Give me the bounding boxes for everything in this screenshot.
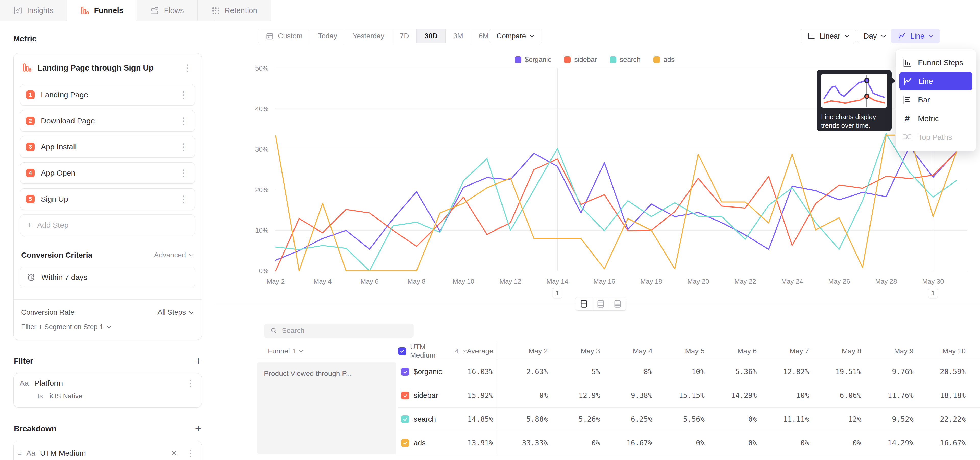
- step-menu-button[interactable]: ⋮: [177, 195, 190, 204]
- menu-item-metric[interactable]: #Metric: [896, 109, 976, 128]
- menu-item-line[interactable]: Line: [899, 72, 972, 91]
- series-checkbox[interactable]: [401, 368, 409, 376]
- value-cell[interactable]: 11.11%: [758, 415, 811, 423]
- value-cell[interactable]: 0%: [497, 391, 549, 400]
- date-column-header[interactable]: May 8: [811, 347, 863, 355]
- funnel-name-cell[interactable]: Product Viewed through P...: [257, 363, 396, 454]
- annotation-marker[interactable]: 1: [928, 288, 938, 299]
- filter-value[interactable]: iOS Native: [49, 392, 83, 400]
- series-checkbox[interactable]: [401, 439, 409, 447]
- select-all-checkbox[interactable]: [398, 347, 406, 355]
- legend-item-search[interactable]: search: [610, 56, 641, 64]
- date-column-header[interactable]: May 10: [915, 347, 967, 355]
- value-cell[interactable]: 5.56%: [654, 415, 706, 423]
- value-cell[interactable]: 12.9%: [549, 391, 602, 400]
- date-column-header[interactable]: May 5: [654, 347, 706, 355]
- funnel-step-4[interactable]: 4App Open⋮: [20, 162, 195, 184]
- conversion-window-button[interactable]: Within 7 days: [20, 267, 195, 288]
- date-column-header[interactable]: May 2: [497, 347, 549, 355]
- value-cell[interactable]: 9.76%: [863, 367, 915, 376]
- tab-insights[interactable]: Insights: [0, 0, 67, 21]
- range-today-button[interactable]: Today: [310, 29, 345, 43]
- step-menu-button[interactable]: ⋮: [177, 168, 190, 177]
- range-3m-button[interactable]: 3M: [445, 29, 471, 43]
- legend-item-ads[interactable]: ads: [653, 56, 675, 64]
- value-cell[interactable]: 12.82%: [758, 367, 811, 376]
- step-menu-button[interactable]: ⋮: [177, 142, 190, 152]
- value-cell[interactable]: 0%: [758, 439, 811, 447]
- search-input[interactable]: [282, 327, 407, 335]
- range-30d-button[interactable]: 30D: [417, 29, 445, 43]
- tab-retention[interactable]: Retention: [197, 0, 271, 21]
- date-column-header[interactable]: May 7: [758, 347, 811, 355]
- value-cell[interactable]: 16.67%: [915, 439, 967, 447]
- value-cell[interactable]: 2.63%: [497, 367, 549, 376]
- advanced-dropdown[interactable]: Advanced: [154, 251, 194, 259]
- value-cell[interactable]: 16.67%: [601, 439, 654, 447]
- value-cell[interactable]: 0%: [811, 439, 863, 447]
- value-cell[interactable]: 9.52%: [863, 415, 915, 423]
- value-cell[interactable]: 12%: [811, 415, 863, 423]
- annotation-marker[interactable]: 1: [552, 288, 562, 299]
- value-cell[interactable]: 14.29%: [863, 439, 915, 447]
- funnel-column-header[interactable]: Funnel1: [257, 347, 398, 355]
- funnel-step-2[interactable]: 2Download Page⋮: [20, 110, 195, 132]
- date-column-header[interactable]: May 3: [549, 347, 602, 355]
- funnel-menu-button[interactable]: ⋮: [181, 63, 194, 73]
- drag-handle-icon[interactable]: ≡: [18, 449, 22, 457]
- date-column-header[interactable]: May 6: [706, 347, 759, 355]
- value-cell[interactable]: 0%: [706, 415, 759, 423]
- tab-flows[interactable]: Flows: [137, 0, 197, 21]
- series-checkbox[interactable]: [401, 415, 409, 423]
- breakdown-menu-button[interactable]: ⋮: [184, 449, 197, 458]
- add-filter-button[interactable]: +: [195, 356, 201, 366]
- value-cell[interactable]: 10%: [758, 391, 811, 400]
- value-cell[interactable]: 33.33%: [497, 439, 549, 447]
- funnel-step-1[interactable]: 1Landing Page⋮: [20, 84, 195, 105]
- value-cell[interactable]: 0%: [549, 439, 602, 447]
- layout-split-vertical-button[interactable]: [592, 297, 609, 310]
- value-cell[interactable]: 8%: [601, 367, 654, 376]
- value-cell[interactable]: 20.59%: [915, 367, 967, 376]
- date-column-header[interactable]: May 4: [601, 347, 654, 355]
- add-step-button[interactable]: + Add Step: [20, 214, 195, 236]
- range-7d-button[interactable]: 7D: [392, 29, 417, 43]
- value-cell[interactable]: 15.15%: [654, 391, 706, 400]
- tab-funnels[interactable]: Funnels: [67, 0, 137, 21]
- value-cell[interactable]: 5.36%: [706, 367, 759, 376]
- value-cell[interactable]: 6.25%: [601, 415, 654, 423]
- legend-item-sidebar[interactable]: sidebar: [564, 56, 597, 64]
- remove-breakdown-button[interactable]: ×: [169, 448, 179, 458]
- value-cell[interactable]: 0%: [706, 439, 759, 447]
- step-menu-button[interactable]: ⋮: [177, 90, 190, 99]
- value-cell[interactable]: 10%: [654, 367, 706, 376]
- value-cell[interactable]: 5%: [549, 367, 602, 376]
- range-yesterday-button[interactable]: Yesterday: [345, 29, 392, 43]
- all-steps-dropdown[interactable]: All Steps: [158, 308, 194, 316]
- legend-item-organic[interactable]: $organic: [515, 56, 552, 64]
- scale-dropdown-button[interactable]: Linear: [800, 29, 856, 43]
- value-cell[interactable]: 5.26%: [549, 415, 602, 423]
- layout-bottom-panel-button[interactable]: [609, 297, 626, 310]
- filter-operator[interactable]: Is: [38, 392, 43, 400]
- value-cell[interactable]: 22.22%: [915, 415, 967, 423]
- value-cell[interactable]: 18.18%: [915, 391, 967, 400]
- menu-item-funnel-steps[interactable]: Funnel Steps: [896, 53, 976, 72]
- layout-split-horizontal-button[interactable]: [576, 297, 592, 310]
- granularity-dropdown-button[interactable]: Day: [857, 29, 892, 43]
- breakdown-col-dropdown[interactable]: UTM Medium4: [410, 343, 467, 359]
- value-cell[interactable]: 11.76%: [863, 391, 915, 400]
- chart-type-dropdown-button[interactable]: Line: [891, 29, 940, 43]
- value-cell[interactable]: 6.06%: [811, 391, 863, 400]
- value-cell[interactable]: 5.88%: [497, 415, 549, 423]
- menu-item-bar[interactable]: Bar: [896, 91, 976, 109]
- step-menu-button[interactable]: ⋮: [177, 116, 190, 126]
- value-cell[interactable]: 0%: [654, 439, 706, 447]
- filter-segment-dropdown[interactable]: Filter + Segment on Step 1: [20, 323, 195, 331]
- add-breakdown-button[interactable]: +: [195, 423, 201, 434]
- compare-button[interactable]: Compare: [489, 29, 542, 43]
- range-custom-button[interactable]: Custom: [258, 29, 310, 43]
- average-column-header[interactable]: Average: [467, 347, 497, 355]
- value-cell[interactable]: 14.29%: [706, 391, 759, 400]
- funnel-step-5[interactable]: 5Sign Up⋮: [20, 188, 195, 210]
